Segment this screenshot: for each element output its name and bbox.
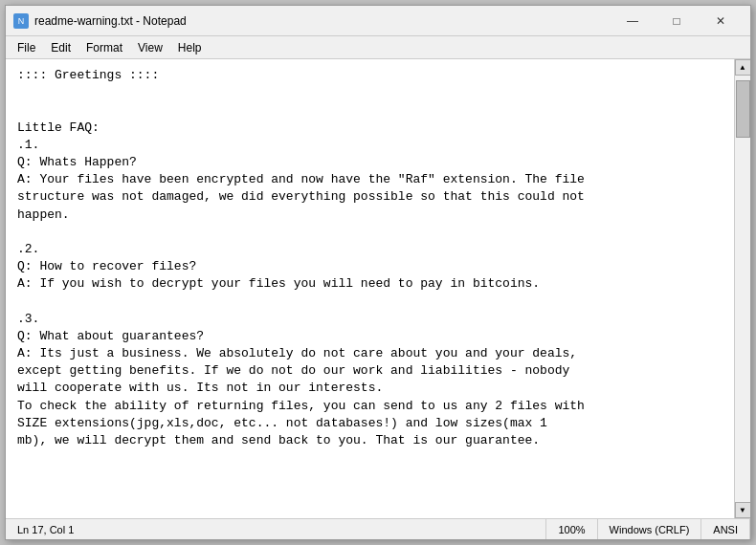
menu-edit[interactable]: Edit <box>43 39 78 56</box>
maximize-button[interactable]: □ <box>655 6 699 36</box>
window-title: readme-warning.txt - Notepad <box>34 14 611 28</box>
menu-help[interactable]: Help <box>170 39 210 56</box>
scroll-up-button[interactable]: ▲ <box>735 59 751 76</box>
line-ending: Windows (CRLF) <box>598 519 702 539</box>
editor-wrapper: ▲ ▼ <box>6 59 750 518</box>
close-button[interactable]: ✕ <box>699 6 743 36</box>
scroll-thumb[interactable] <box>736 80 750 138</box>
menubar: File Edit Format View Help <box>6 36 750 59</box>
scrollbar: ▲ ▼ <box>734 59 750 518</box>
scroll-down-button[interactable]: ▼ <box>735 502 751 518</box>
app-icon-letter: N <box>18 16 25 26</box>
statusbar: Ln 17, Col 1 100% Windows (CRLF) ANSI <box>6 518 750 539</box>
encoding: ANSI <box>701 519 750 539</box>
zoom-level: 100% <box>546 519 597 539</box>
notepad-window: N readme-warning.txt - Notepad — □ ✕ Fil… <box>5 5 751 540</box>
minimize-button[interactable]: — <box>611 6 655 36</box>
text-editor[interactable] <box>6 59 734 518</box>
scroll-track <box>735 76 751 502</box>
cursor-position: Ln 17, Col 1 <box>6 519 546 539</box>
window-controls: — □ ✕ <box>611 6 743 36</box>
menu-format[interactable]: Format <box>78 39 130 56</box>
menu-view[interactable]: View <box>130 39 170 56</box>
menu-file[interactable]: File <box>10 39 43 56</box>
app-icon: N <box>13 13 29 29</box>
titlebar: N readme-warning.txt - Notepad — □ ✕ <box>6 6 750 36</box>
